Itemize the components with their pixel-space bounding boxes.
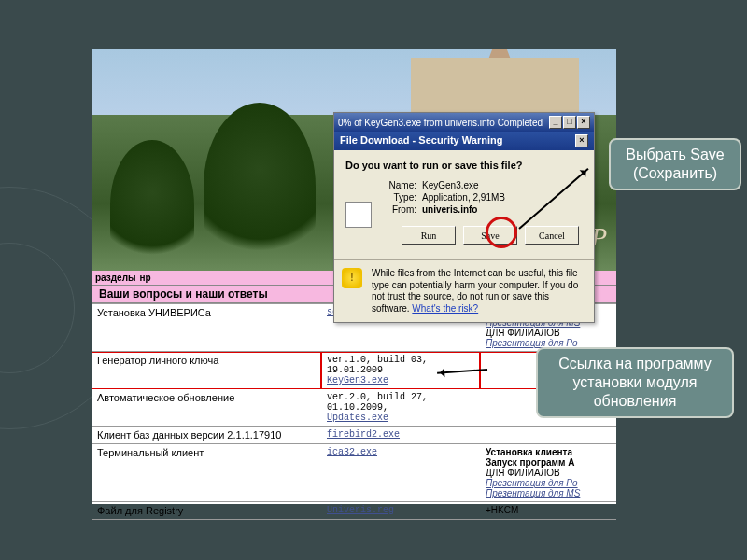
version-text: ver.2.0, build 27, 01.10.2009, [327, 392, 428, 413]
security-warning: ! While files from the Internet can be u… [334, 259, 594, 322]
file-link[interactable]: KeyGen3.exe [327, 375, 388, 385]
from-value: univeris.info [422, 204, 477, 215]
dialog-question: Do you want to run or save this file? [345, 160, 583, 171]
row-name: Файл для Registry [92, 502, 321, 520]
file-link[interactable]: Updates.exe [327, 413, 388, 423]
from-label: From: [379, 204, 416, 215]
row-notes: +HKCM [480, 502, 616, 520]
cancel-button[interactable]: Cancel [525, 226, 579, 245]
table-row: Терминальный клиент ica32.exe Установка … [92, 444, 616, 502]
row-name: Автоматическое обновление [92, 389, 321, 427]
file-icon [345, 202, 372, 228]
file-link[interactable]: ica32.exe [327, 447, 377, 457]
table-row: Клиент баз данных версии 2.1.1.17910 fir… [92, 427, 616, 444]
run-button[interactable]: Run [402, 226, 456, 245]
row-notes: Установка клиента Запуск программ A ДЛЯ … [480, 444, 616, 502]
risk-link[interactable]: What's the risk? [412, 303, 478, 314]
download-dialog: 0% of KeyGen3.exe from univeris.info Com… [333, 112, 595, 323]
type-label: Type: [379, 192, 416, 203]
progress-titlebar[interactable]: 0% of KeyGen3.exe from univeris.info Com… [334, 113, 594, 132]
file-link[interactable]: firebird2.exe [327, 429, 400, 440]
close-button[interactable]: × [577, 116, 590, 129]
maximize-button[interactable]: □ [563, 116, 576, 129]
dialog-close-button[interactable]: × [575, 134, 588, 147]
row-name: Терминальный клиент [92, 444, 321, 502]
progress-title: 0% of KeyGen3.exe from univeris.info Com… [338, 118, 548, 128]
tabs-extra: нр [140, 273, 151, 283]
save-button[interactable]: Save [463, 226, 517, 245]
row-name: Генератор личного ключа [92, 352, 321, 389]
type-value: Application, 2,91MB [422, 192, 505, 203]
name-label: Name: [379, 180, 416, 190]
callout-link: Ссылка на программу установки модуля обн… [536, 347, 734, 418]
warning-icon: ! [342, 268, 362, 288]
name-value: KeyGen3.exe [422, 180, 479, 190]
callout-save: Выбрать Save (Сохранить) [609, 138, 741, 190]
row-name: Клиент баз данных версии 2.1.1.17910 [92, 427, 321, 444]
dialog-title: File Download - Security Warning [340, 134, 502, 147]
row-name: Установка УНИВЕРИСа [92, 304, 321, 352]
version-text: ver.1.0, build 03, 19.01.2009 [327, 355, 428, 375]
table-row: Файл для Registry Univeris.reg +HKCM [92, 502, 616, 520]
minimize-button[interactable]: _ [549, 116, 562, 129]
file-link[interactable]: Univeris.reg [327, 505, 394, 515]
dialog-titlebar[interactable]: File Download - Security Warning × [334, 132, 594, 150]
tabs-label: разделы [95, 273, 136, 283]
